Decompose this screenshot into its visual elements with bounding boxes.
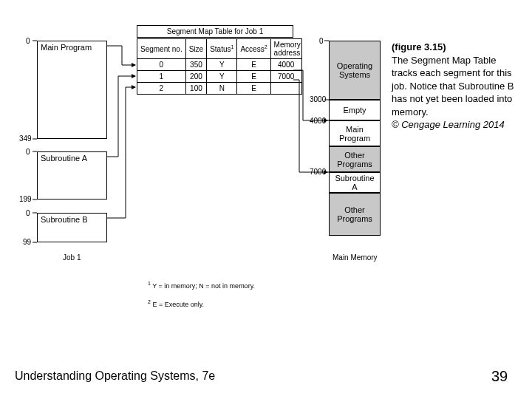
mem-suba: Subroutine A	[329, 172, 381, 193]
mem-other2: Other Programs	[329, 193, 381, 236]
subroutine-b-label: Subroutine B	[41, 215, 88, 224]
mem-3000: 3000	[310, 95, 326, 103]
smt-h-status: Status1	[207, 39, 237, 59]
smt-title: Segment Map Table for Job 1	[137, 25, 293, 38]
mem-7000: 7000	[310, 168, 326, 176]
caption-title: (figure 3.15)	[392, 41, 517, 54]
job1-caption: Job 1	[63, 253, 81, 262]
smt-h-seg: Segment no.	[137, 39, 186, 59]
main-program-block: Main Program	[37, 41, 107, 139]
mem-empty: Empty	[329, 100, 381, 120]
main-program-label: Main Program	[41, 43, 92, 52]
footnote-2: 2 E = Execute only.	[148, 299, 204, 308]
segment-map-table: Segment no. Size Status1 Access2 Memory …	[137, 38, 302, 95]
mem-main: Main Program	[329, 120, 381, 146]
subroutine-a-label: Subroutine A	[41, 154, 87, 163]
footnote-1: 1 Y = in memory; N = not in memory.	[148, 281, 255, 290]
table-row: 2100NE	[137, 83, 302, 95]
suba-end: 199	[19, 195, 32, 203]
mem-4000: 4000	[310, 117, 326, 125]
mem-other1: Other Programs	[329, 146, 381, 172]
subb-end: 99	[23, 238, 31, 246]
mem-os: Operating Systems	[329, 41, 381, 100]
main-start: 0	[26, 37, 30, 45]
mem-caption: Main Memory	[332, 253, 378, 262]
figure-caption: (figure 3.15) The Segment Map Table trac…	[392, 41, 517, 132]
footer-title: Understanding Operating Systems, 7e	[15, 369, 215, 383]
table-row: 1200YE7000	[137, 71, 302, 83]
main-end: 349	[19, 134, 32, 143]
caption-body: The Segment Map Table tracks each segmen…	[392, 54, 517, 119]
subroutine-b-block: Subroutine B	[37, 213, 107, 242]
subroutine-a-block: Subroutine A	[37, 151, 107, 200]
suba-start: 0	[26, 148, 30, 156]
mem-0: 0	[319, 37, 324, 45]
smt-h-size: Size	[185, 39, 206, 59]
table-row: 0350YE4000	[137, 59, 302, 71]
smt-h-access: Access2	[237, 39, 270, 59]
page-number: 39	[491, 368, 508, 385]
caption-credit: © Cengage Learning 2014	[392, 118, 517, 132]
subb-start: 0	[26, 209, 30, 217]
smt-h-addr: Memory address	[270, 39, 301, 59]
